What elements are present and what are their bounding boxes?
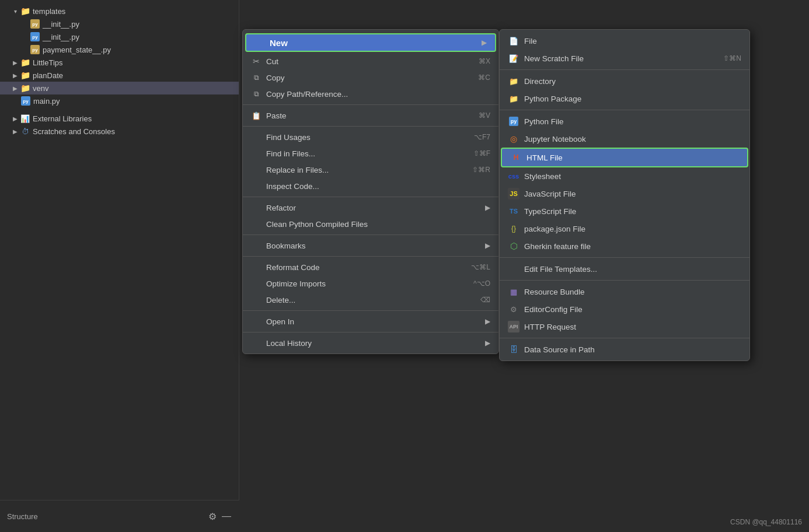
minus-icon[interactable]: — — [221, 510, 232, 522]
submenu-item-editorconfig[interactable]: ⚙ EditorConfig File — [500, 300, 749, 318]
optimize-icon — [251, 278, 261, 289]
python-icon: py — [508, 116, 519, 127]
sidebar-item-label: venv — [33, 84, 48, 93]
separator — [243, 332, 498, 332]
submenu-item-stylesheet[interactable]: css Stylesheet — [500, 167, 749, 185]
sidebar-item-label: templates — [33, 7, 65, 16]
arrow-icon: ▶ — [485, 317, 490, 326]
menu-item-reformat[interactable]: Reformat Code ⌥⌘L — [243, 259, 498, 275]
menu-item-delete[interactable]: Delete... ⌫ — [243, 292, 498, 308]
submenu-item-file[interactable]: 📄 File — [500, 32, 749, 50]
menu-item-label: Optimize Imports — [266, 279, 462, 288]
chevron-icon: ▶ — [12, 59, 19, 66]
sidebar-item-scratches[interactable]: ▶ ⏱ Scratches and Consoles — [0, 125, 239, 138]
structure-label: Structure — [7, 512, 204, 521]
shortcut-label: ⌥⌘L — [471, 263, 490, 271]
menu-item-label: Replace in Files... — [266, 166, 461, 174]
folder-icon: 📁 — [20, 71, 30, 80]
inspect-icon — [251, 181, 261, 191]
submenu-item-jupyter[interactable]: ◎ Jupyter Notebook — [500, 130, 749, 148]
arrow-icon: ▶ — [485, 242, 490, 250]
sidebar-item-init2[interactable]: py __init__.py — [0, 30, 239, 43]
submenu-item-label: Edit File Templates... — [524, 265, 741, 274]
submenu-item-resource-bundle[interactable]: ▦ Resource Bundle — [500, 283, 749, 300]
structure-bar: Structure ⚙ — — [0, 500, 239, 532]
sidebar: ▾ 📁 templates py __init__.py py __init__… — [0, 0, 239, 532]
chevron-icon: ▶ — [12, 115, 19, 122]
arrow-icon: ▶ — [485, 204, 490, 212]
submenu-item-label: JavaScript File — [524, 190, 741, 198]
submenu-item-label: package.json File — [524, 225, 741, 233]
menu-item-find-in-files[interactable]: Find in Files... ⇧⌘F — [243, 145, 498, 162]
separator — [243, 310, 498, 311]
menu-item-local-history[interactable]: Local History ▶ — [243, 335, 498, 351]
sidebar-item-init1[interactable]: py __init__.py — [0, 18, 239, 30]
submenu-item-gherkin[interactable]: ⬡ Gherkin feature file — [500, 237, 749, 255]
folder-icon: 📁 — [508, 93, 519, 104]
submenu-item-typescript[interactable]: TS TypeScript File — [500, 202, 749, 220]
scratch-icon: 📝 — [508, 52, 519, 64]
sidebar-item-label: LittleTips — [33, 58, 63, 67]
python-icon: py — [30, 45, 40, 54]
bookmark-icon — [251, 240, 261, 251]
submenu-item-label: HTML File — [526, 153, 739, 162]
menu-item-copy-path[interactable]: ⧉ Copy Path/Reference... — [243, 86, 498, 102]
menu-item-label: Find in Files... — [266, 149, 462, 158]
js-icon: JS — [508, 188, 519, 200]
menu-item-refactor[interactable]: Refactor ▶ — [243, 200, 498, 216]
sidebar-item-templates[interactable]: ▾ 📁 templates — [0, 5, 239, 18]
gear-icon[interactable]: ⚙ — [207, 510, 218, 522]
submenu-item-package-json[interactable]: {} package.json File — [500, 220, 749, 237]
menu-item-cut[interactable]: ✂ Cut ⌘X — [243, 53, 498, 69]
menu-item-find-usages[interactable]: Find Usages ⌥F7 — [243, 129, 498, 145]
shortcut-label: ⌘V — [479, 111, 490, 120]
menu-item-optimize-imports[interactable]: Optimize Imports ^⌥O — [243, 275, 498, 292]
submenu-item-html[interactable]: H HTML File — [501, 148, 748, 167]
submenu-item-http-request[interactable]: API HTTP Request — [500, 318, 749, 335]
sidebar-item-venv[interactable]: ▶ 📁 venv — [0, 82, 239, 94]
submenu-item-javascript[interactable]: JS JavaScript File — [500, 185, 749, 202]
http-icon: API — [508, 321, 519, 332]
submenu-item-python-package[interactable]: 📁 Python Package — [500, 90, 749, 107]
sidebar-item-littletips[interactable]: ▶ 📁 LittleTips — [0, 56, 239, 69]
submenu-item-python-file[interactable]: py Python File — [500, 113, 749, 130]
menu-item-label: Cut — [266, 57, 467, 66]
submenu-item-directory[interactable]: 📁 Directory — [500, 72, 749, 90]
menu-item-paste[interactable]: 📋 Paste ⌘V — [243, 107, 498, 124]
scratches-icon: ⏱ — [20, 127, 30, 136]
folder-icon: 📁 — [20, 58, 30, 67]
sidebar-item-label: Scratches and Consoles — [33, 127, 115, 136]
delete-icon — [251, 295, 261, 305]
menu-item-label: Copy — [266, 74, 466, 82]
menu-item-inspect-code[interactable]: Inspect Code... — [243, 178, 498, 194]
menu-item-new[interactable]: New ▶ — [245, 33, 496, 52]
ts-icon: TS — [508, 205, 519, 217]
python-icon: py — [30, 19, 40, 29]
sidebar-item-external-libs[interactable]: ▶ 📊 External Libraries — [0, 112, 239, 125]
menu-item-open-in[interactable]: Open In ▶ — [243, 313, 498, 330]
submenu-item-label: HTTP Request — [524, 323, 741, 331]
reformat-icon — [251, 262, 261, 272]
chevron-icon: ▶ — [12, 128, 19, 135]
submenu-item-new-scratch[interactable]: 📝 New Scratch File ⇧⌘N — [500, 50, 749, 67]
menu-item-copy[interactable]: ⧉ Copy ⌘C — [243, 69, 498, 86]
python-icon: py — [30, 32, 40, 41]
history-icon — [251, 338, 261, 348]
submenu-item-label: Jupyter Notebook — [524, 135, 741, 144]
menu-item-replace-in-files[interactable]: Replace in Files... ⇧⌘R — [243, 162, 498, 178]
submenu-item-datasource[interactable]: 🗄 Data Source in Path — [500, 341, 749, 358]
jupyter-icon: ◎ — [508, 133, 519, 145]
menu-item-label: Delete... — [266, 296, 469, 304]
sidebar-item-mainpy[interactable]: py main.py — [0, 94, 239, 107]
shortcut-label: ^⌥O — [473, 279, 490, 288]
menu-item-bookmarks[interactable]: Bookmarks ▶ — [243, 237, 498, 254]
sidebar-item-payment[interactable]: py payment_state__.py — [0, 43, 239, 56]
submenu-item-edit-templates[interactable]: Edit File Templates... — [500, 260, 749, 278]
menu-item-clean-compiled[interactable]: Clean Python Compiled Files — [243, 216, 498, 232]
watermark: CSDN @qq_44801116 — [730, 518, 802, 526]
menu-item-label: Paste — [266, 111, 467, 120]
menu-item-label: Clean Python Compiled Files — [266, 220, 490, 229]
separator — [500, 338, 749, 338]
menu-item-label: New — [270, 38, 477, 48]
sidebar-item-plandate[interactable]: ▶ 📁 planDate — [0, 69, 239, 82]
